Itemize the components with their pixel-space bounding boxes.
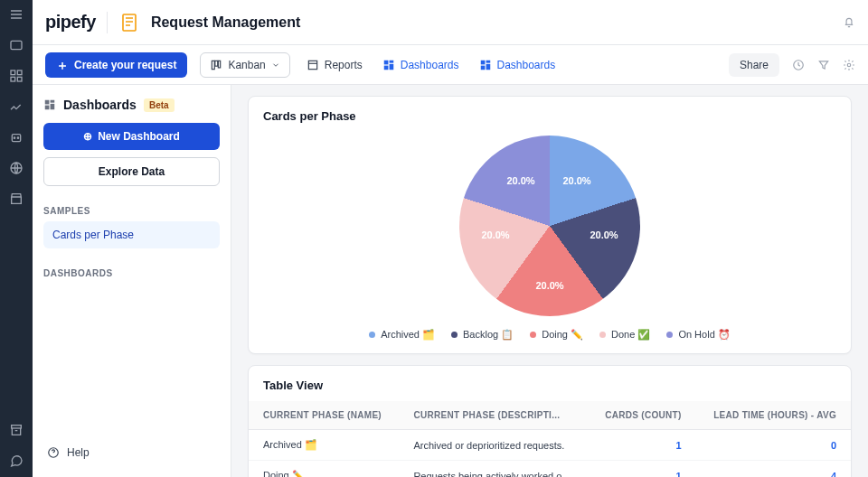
svg-rect-15 bbox=[384, 60, 389, 64]
legend-dot bbox=[369, 332, 375, 338]
svg-rect-9 bbox=[12, 426, 22, 428]
slice-label: 20.0% bbox=[506, 175, 534, 186]
svg-rect-17 bbox=[389, 63, 393, 69]
bell-icon[interactable] bbox=[843, 16, 855, 29]
tab-dashboards-2[interactable]: Dashboards bbox=[476, 55, 560, 75]
sidebar: Dashboards Beta ⊕ New Dashboard Explore … bbox=[33, 85, 231, 477]
sidebar-item-cards-per-phase[interactable]: Cards per Phase bbox=[43, 221, 220, 248]
data-table: CURRENT PHASE (NAME)CURRENT PHASE (DESCR… bbox=[249, 401, 851, 477]
svg-rect-25 bbox=[51, 100, 55, 103]
svg-rect-18 bbox=[384, 65, 389, 70]
bot-icon[interactable] bbox=[9, 130, 24, 145]
slice-label: 20.0% bbox=[562, 175, 590, 186]
section-label-samples: SAMPLES bbox=[43, 206, 220, 216]
help-icon bbox=[47, 446, 60, 459]
dashboards-icon bbox=[43, 98, 56, 111]
topbar: pipefy Request Management bbox=[33, 0, 868, 45]
card-icon[interactable] bbox=[9, 38, 24, 52]
legend-label: Done ✅ bbox=[611, 329, 650, 341]
create-request-button[interactable]: ＋ Create your request bbox=[45, 52, 187, 78]
history-icon[interactable] bbox=[792, 59, 805, 71]
app-rail bbox=[0, 0, 33, 477]
brand-logo[interactable]: pipefy bbox=[45, 12, 96, 33]
tab-dashboards-1[interactable]: Dashboards bbox=[379, 55, 463, 75]
filter-icon[interactable] bbox=[817, 59, 830, 71]
chat-icon[interactable] bbox=[9, 454, 24, 468]
help-link[interactable]: Help bbox=[43, 439, 220, 466]
legend-dot bbox=[530, 332, 536, 338]
grid-icon[interactable] bbox=[9, 69, 24, 83]
chart-card: Cards per Phase 20.0% 20.0% 20.0% 20.0% … bbox=[248, 96, 852, 354]
cell-lead[interactable]: 4 bbox=[696, 461, 851, 478]
reports-icon bbox=[307, 59, 319, 71]
column-header[interactable]: CURRENT PHASE (DESCRIPTI... bbox=[399, 401, 588, 430]
svg-rect-2 bbox=[17, 70, 22, 75]
legend-dot bbox=[451, 332, 458, 338]
menu-icon[interactable] bbox=[9, 7, 24, 22]
table-title: Table View bbox=[249, 366, 851, 392]
pipe-icon[interactable] bbox=[118, 12, 140, 33]
beta-badge: Beta bbox=[144, 98, 175, 112]
view-selector-label: Kanban bbox=[228, 59, 265, 71]
tab-reports[interactable]: Reports bbox=[303, 55, 366, 75]
tabbar: ＋ Create your request Kanban Reports Das… bbox=[33, 45, 868, 85]
cell-lead[interactable]: 0 bbox=[696, 430, 851, 461]
svg-rect-26 bbox=[51, 104, 55, 109]
tab-label: Dashboards bbox=[497, 59, 556, 71]
svg-point-6 bbox=[14, 137, 14, 138]
tab-label: Reports bbox=[325, 59, 363, 71]
dashboard-icon bbox=[382, 59, 395, 71]
svg-rect-19 bbox=[480, 60, 485, 64]
column-header[interactable]: CURRENT PHASE (NAME) bbox=[249, 401, 399, 430]
table-row[interactable]: Doing ✏️Requests being actively worked o… bbox=[249, 461, 851, 478]
chart-legend: Archived 🗂️Backlog 📋Doing ✏️Done ✅On Hol… bbox=[369, 329, 731, 341]
table-card: Table View CURRENT PHASE (NAME)CURRENT P… bbox=[248, 365, 852, 477]
legend-label: Archived 🗂️ bbox=[381, 329, 435, 341]
explore-data-label: Explore Data bbox=[99, 165, 165, 178]
legend-item[interactable]: Backlog 📋 bbox=[451, 329, 514, 341]
dashboard-icon bbox=[479, 59, 492, 71]
explore-data-button[interactable]: Explore Data bbox=[43, 157, 220, 186]
svg-point-7 bbox=[17, 137, 18, 138]
table-row[interactable]: Archived 🗂️Archived or deprioritized req… bbox=[249, 430, 851, 461]
svg-rect-24 bbox=[45, 100, 50, 105]
legend-item[interactable]: Archived 🗂️ bbox=[369, 329, 435, 341]
cell-name: Archived 🗂️ bbox=[249, 430, 399, 461]
svg-rect-14 bbox=[308, 61, 316, 69]
svg-rect-16 bbox=[389, 60, 393, 62]
section-label-dashboards: DASHBOARDS bbox=[43, 268, 220, 278]
svg-rect-10 bbox=[123, 14, 136, 31]
help-label: Help bbox=[67, 446, 90, 459]
chevron-down-icon bbox=[271, 61, 280, 70]
gear-icon[interactable] bbox=[843, 59, 855, 71]
share-button[interactable]: Share bbox=[729, 53, 779, 77]
divider bbox=[107, 12, 108, 33]
legend-dot bbox=[666, 332, 673, 338]
chart-icon[interactable] bbox=[9, 99, 24, 114]
svg-rect-4 bbox=[17, 77, 22, 81]
archive-icon[interactable] bbox=[9, 423, 24, 437]
cell-count[interactable]: 1 bbox=[589, 430, 696, 461]
svg-rect-20 bbox=[486, 60, 490, 62]
plus-icon: ＋ bbox=[56, 59, 69, 71]
legend-label: On Hold ⏰ bbox=[678, 329, 730, 341]
column-header[interactable]: LEAD TIME (HOURS) - AVG bbox=[696, 401, 851, 430]
tab-label: Dashboards bbox=[401, 59, 459, 71]
content-area: Cards per Phase 20.0% 20.0% 20.0% 20.0% … bbox=[231, 85, 868, 477]
cell-count[interactable]: 1 bbox=[589, 461, 696, 478]
svg-rect-1 bbox=[11, 70, 15, 75]
legend-item[interactable]: Doing ✏️ bbox=[530, 329, 583, 341]
view-selector[interactable]: Kanban bbox=[200, 52, 289, 78]
svg-point-23 bbox=[847, 63, 851, 67]
page-title: Request Management bbox=[151, 14, 300, 31]
store-icon[interactable] bbox=[9, 192, 24, 206]
sidebar-title: Dashboards bbox=[63, 98, 137, 112]
legend-item[interactable]: Done ✅ bbox=[599, 329, 650, 341]
legend-item[interactable]: On Hold ⏰ bbox=[666, 329, 730, 341]
new-dashboard-button[interactable]: ⊕ New Dashboard bbox=[43, 123, 220, 150]
plus-circle-icon: ⊕ bbox=[83, 130, 92, 143]
column-header[interactable]: CARDS (COUNT) bbox=[589, 401, 696, 430]
globe-icon[interactable] bbox=[9, 161, 24, 175]
svg-rect-22 bbox=[480, 65, 485, 70]
svg-rect-0 bbox=[11, 41, 22, 49]
